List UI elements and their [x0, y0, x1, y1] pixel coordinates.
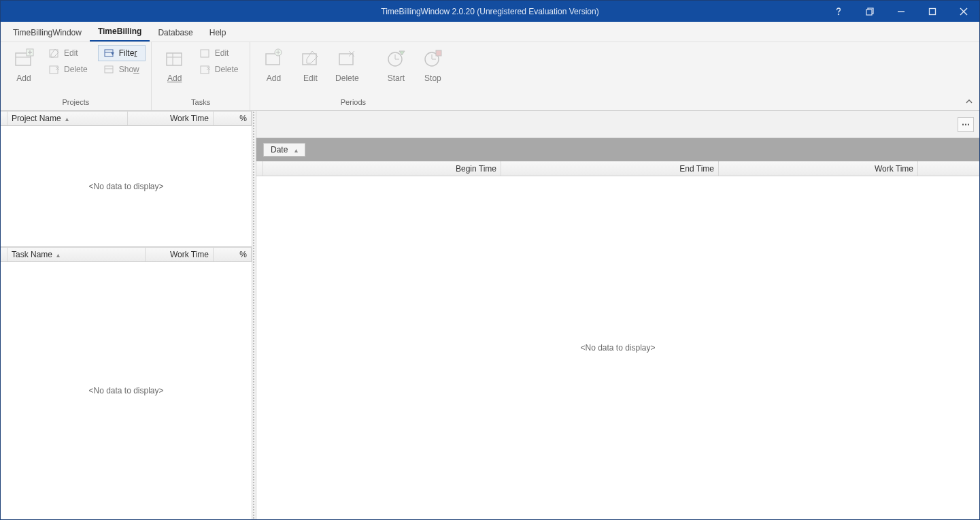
tasks-grid-body[interactable]: <No data to display>: [1, 262, 252, 519]
projects-grid: Project Name ▴ Work Time % <No data to d…: [1, 111, 252, 247]
menu-timebillingwindow[interactable]: TimeBillingWindow: [5, 24, 90, 42]
tasks-edit-label: Edit: [215, 48, 229, 58]
stop-icon: [422, 48, 443, 69]
tasks-grid: Task Name ▴ Work Time % <No data to disp…: [1, 247, 252, 519]
col-task-name-label: Task Name: [12, 250, 52, 259]
projects-filter-label: Filter: [119, 48, 137, 58]
col-begin-time[interactable]: Begin Time: [263, 161, 501, 176]
delete-icon: [49, 64, 60, 75]
periods-grid-body[interactable]: <No data to display>: [256, 176, 979, 519]
row-indicator-header: [1, 112, 7, 125]
col-end-time-label: End Time: [679, 164, 714, 174]
edit-icon: [49, 48, 60, 59]
close-button[interactable]: [948, 1, 979, 22]
periods-add-button[interactable]: Add: [256, 45, 291, 94]
col-task-percent[interactable]: %: [214, 248, 252, 261]
menu-database[interactable]: Database: [150, 24, 201, 42]
right-pane: ⋯ Date ▴ Begin Time End Time Work Time <…: [256, 111, 979, 519]
ribbon-collapse-button[interactable]: [963, 95, 975, 108]
periods-stop-button[interactable]: Stop: [415, 45, 450, 94]
window-controls: [823, 1, 979, 22]
title-bar: TimeBillingWindow 2.0.20 (Unregistered E…: [1, 1, 979, 22]
menu-help[interactable]: Help: [201, 24, 235, 42]
periods-start-label: Start: [388, 74, 405, 83]
svg-rect-20: [167, 53, 182, 65]
delete-period-icon: [336, 48, 358, 69]
projects-add-button[interactable]: Add: [6, 45, 41, 94]
col-project-percent-label: %: [239, 114, 247, 123]
col-task-name[interactable]: Task Name ▴: [7, 248, 146, 261]
menu-timebilling[interactable]: TimeBilling: [90, 22, 150, 42]
col-project-worktime[interactable]: Work Time: [128, 112, 214, 125]
periods-delete-label: Delete: [335, 74, 359, 83]
show-icon: [104, 64, 115, 75]
col-task-percent-label: %: [239, 250, 247, 259]
maximize-button[interactable]: [917, 1, 948, 22]
ribbon-group-projects: Add Edit Delete: [1, 42, 152, 110]
edit-icon: [200, 48, 211, 59]
tasks-delete-label: Delete: [215, 65, 239, 74]
ellipsis-icon: ⋯: [962, 120, 970, 129]
periods-stop-label: Stop: [424, 74, 441, 83]
periods-grid-header: Begin Time End Time Work Time: [256, 161, 979, 176]
periods-empty-text: <No data to display>: [580, 343, 655, 353]
ribbon: Add Edit Delete: [1, 42, 979, 111]
start-icon: [385, 48, 407, 69]
col-task-worktime-label: Work Time: [170, 250, 209, 259]
projects-filter-button[interactable]: Filter: [98, 45, 146, 61]
add-period-icon: [263, 48, 284, 69]
projects-show-button[interactable]: Show: [98, 61, 146, 78]
svg-point-0: [838, 14, 839, 15]
add-task-icon: [164, 48, 186, 69]
group-chip-label: Date: [271, 145, 288, 155]
projects-show-label: Show: [119, 65, 139, 74]
projects-delete-button[interactable]: Delete: [43, 61, 94, 78]
col-period-worktime-label: Work Time: [875, 164, 913, 174]
svg-rect-2: [866, 10, 872, 15]
delete-icon: [200, 64, 211, 75]
periods-edit-label: Edit: [303, 74, 318, 83]
col-project-name[interactable]: Project Name ▴: [7, 112, 128, 125]
col-task-worktime[interactable]: Work Time: [146, 248, 214, 261]
right-toolbar: ⋯: [256, 111, 979, 138]
ribbon-group-projects-title: Projects: [6, 97, 146, 109]
tasks-add-button[interactable]: Add: [157, 45, 192, 94]
projects-grid-header: Project Name ▴ Work Time %: [1, 111, 252, 126]
tasks-delete-button[interactable]: Delete: [194, 61, 245, 78]
projects-edit-button[interactable]: Edit: [43, 45, 94, 61]
tasks-edit-button[interactable]: Edit: [194, 45, 245, 61]
col-spacer: [918, 161, 979, 176]
periods-delete-button[interactable]: Delete: [329, 45, 365, 94]
periods-add-label: Add: [267, 74, 281, 83]
left-pane: Project Name ▴ Work Time % <No data to d…: [1, 111, 252, 519]
restore-window-button[interactable]: [854, 1, 885, 22]
tasks-grid-header: Task Name ▴ Work Time %: [1, 247, 252, 262]
edit-period-icon: [299, 48, 321, 69]
col-end-time[interactable]: End Time: [501, 161, 719, 176]
ribbon-group-tasks-title: Tasks: [157, 97, 245, 109]
projects-grid-body[interactable]: <No data to display>: [1, 126, 252, 246]
minimize-button[interactable]: [885, 1, 917, 22]
row-indicator-header: [256, 161, 263, 176]
sort-asc-icon: ▴: [294, 146, 298, 154]
projects-empty-text: <No data to display>: [88, 182, 163, 191]
ribbon-group-tasks: Add Edit Delete Tasks: [152, 42, 251, 110]
svg-rect-32: [339, 54, 353, 65]
svg-rect-23: [201, 50, 209, 57]
periods-edit-button[interactable]: Edit: [292, 45, 328, 94]
projects-delete-label: Delete: [64, 65, 88, 74]
row-indicator-header: [1, 248, 7, 261]
svg-rect-18: [105, 66, 113, 73]
help-button[interactable]: [823, 1, 854, 22]
more-options-button[interactable]: ⋯: [958, 117, 974, 132]
col-begin-time-label: Begin Time: [456, 164, 496, 174]
periods-start-button[interactable]: Start: [378, 45, 413, 94]
col-period-worktime[interactable]: Work Time: [719, 161, 918, 176]
add-project-icon: [13, 48, 35, 69]
col-project-percent[interactable]: %: [214, 112, 252, 125]
group-by-band[interactable]: Date ▴: [256, 138, 979, 161]
group-chip-date[interactable]: Date ▴: [263, 143, 305, 157]
svg-rect-4: [930, 8, 936, 14]
tasks-empty-text: <No data to display>: [88, 386, 163, 395]
sort-asc-icon: ▴: [65, 115, 69, 123]
